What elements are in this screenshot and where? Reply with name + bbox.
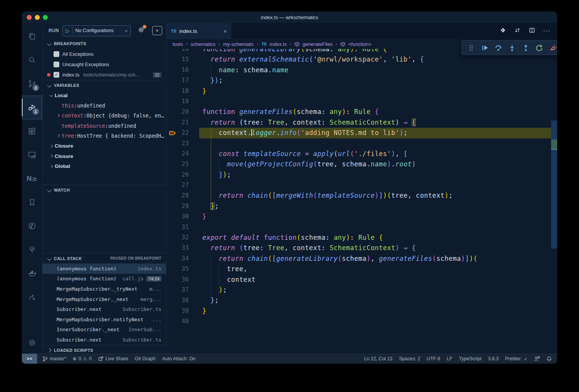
breakpoint-gutter[interactable] (166, 75, 176, 86)
disconnect-icon[interactable] (548, 43, 557, 53)
code-text[interactable]: }; (202, 201, 219, 211)
code-text[interactable]: export default function(schema: any): Ru… (202, 233, 383, 243)
feedback-icon[interactable] (534, 356, 540, 361)
breakpoint-gutter[interactable] (166, 149, 176, 159)
breakpoint-gutter[interactable] (166, 96, 176, 107)
breakpoint-gutter[interactable] (166, 316, 176, 327)
code-text[interactable]: }; (202, 295, 219, 306)
breakpoint-gutter[interactable] (166, 138, 176, 149)
code-text[interactable]: ); (202, 285, 227, 295)
code-text[interactable]: return chain([generateLibrary(schema), g… (202, 254, 477, 264)
code-text[interactable]: return externalSchematic('@nrwl/workspac… (202, 54, 424, 65)
breakpoint-gutter[interactable] (166, 243, 176, 253)
code-text[interactable]: function generateFiles(schema: any): Rul… (202, 107, 379, 117)
breakpoint-gutter[interactable] (166, 170, 176, 180)
breakpoint-row[interactable]: ✓index.tstools/schematics/my-sch...22 (42, 70, 166, 80)
breakpoint-gutter[interactable] (166, 222, 176, 233)
code-text[interactable]: } (202, 86, 207, 96)
code-text[interactable]: const templateSource = apply(url('./file… (202, 149, 408, 159)
breakpoint-gutter[interactable] (166, 190, 176, 201)
docker-icon[interactable] (22, 262, 42, 285)
breakpoint-row[interactable]: Uncaught Exceptions (42, 59, 166, 70)
breadcrumb-file[interactable]: index.ts (270, 41, 287, 47)
debug-console-button[interactable]: > (152, 26, 162, 35)
breakpoint-row[interactable]: All Exceptions (42, 49, 166, 59)
breakpoint-gutter[interactable] (166, 295, 176, 306)
search-icon[interactable] (22, 48, 42, 72)
code-text[interactable]: }); (202, 75, 223, 86)
code-text[interactable]: } (202, 306, 207, 316)
editor-scrollbar[interactable] (551, 39, 557, 353)
run-and-debug-icon[interactable]: 1 (22, 96, 42, 119)
test-explorer-icon[interactable] (22, 238, 42, 262)
code-text[interactable]: return (tree: Tree, context: SchematicCo… (202, 117, 416, 128)
auto-attach-item[interactable]: Auto Attach: On (162, 356, 196, 361)
language-mode-item[interactable]: TypeScript (459, 356, 481, 361)
gitlens-open-changes-icon[interactable] (499, 27, 506, 35)
call-stack-frame[interactable]: MergeMapSubscriber._nextmerg... (42, 294, 166, 304)
explorer-icon[interactable] (22, 24, 42, 48)
live-share-item[interactable]: Live Share (98, 356, 128, 361)
toolbar-drag-handle[interactable] (466, 43, 476, 53)
nx-console-icon[interactable]: N≥ (22, 167, 42, 190)
code-text[interactable]: ]); (202, 170, 231, 180)
variable-row[interactable]: Local (42, 90, 166, 101)
indentation-item[interactable]: Spaces: 2 (399, 356, 420, 361)
bookmarks-icon[interactable] (22, 190, 42, 214)
code-text[interactable]: move(getProjectConfig(tree, schema.name)… (202, 159, 416, 169)
breakpoints-section-header[interactable]: BREAKPOINTS (42, 38, 166, 49)
variable-row[interactable]: Global (42, 161, 166, 172)
call-stack-frame[interactable]: MergeMapSubscriber._tryNextm... (42, 284, 166, 294)
variables-section-header[interactable]: VARIABLES (42, 80, 166, 90)
git-branch-item[interactable]: master* (42, 356, 66, 362)
code-text[interactable]: context (202, 275, 256, 285)
breadcrumb-symbol[interactable]: <function> (348, 41, 372, 47)
breakpoint-gutter[interactable] (166, 306, 176, 316)
git-graph-item[interactable]: Git Graph (135, 356, 156, 361)
breadcrumb-folder[interactable]: tools (172, 41, 183, 47)
breakpoint-checkbox[interactable]: ✓ (54, 72, 59, 78)
git-history-icon[interactable] (22, 214, 42, 238)
breakpoint-checkbox[interactable] (54, 51, 59, 57)
remote-indicator[interactable]: >< (22, 354, 37, 364)
call-stack-frame[interactable]: (anonymous function)call.js74:24 (42, 274, 166, 284)
step-into-icon[interactable] (507, 43, 517, 53)
close-window-button[interactable] (27, 15, 32, 20)
source-control-icon[interactable]: 3 (22, 72, 42, 96)
breakpoint-gutter[interactable] (166, 201, 176, 211)
more-actions-icon[interactable]: ··· (543, 28, 550, 34)
call-stack-frame[interactable]: MergeMapSubscriber.notifyNext... (42, 314, 166, 325)
zoom-window-button[interactable] (43, 15, 48, 20)
breakpoint-gutter[interactable] (166, 54, 176, 65)
split-editor-icon[interactable] (529, 27, 535, 35)
variable-row[interactable]: context: Object {debug: false, en… (42, 111, 166, 121)
breakpoint-gutter[interactable] (166, 285, 176, 295)
breakpoint-gutter[interactable] (166, 159, 176, 169)
breadcrumb-symbol[interactable]: generateFiles (303, 41, 333, 47)
loaded-scripts-section-header[interactable]: LOADED SCRIPTS (42, 345, 166, 353)
launch-configuration-dropdown[interactable]: ▷ No Configurations (62, 25, 131, 36)
breakpoint-gutter[interactable] (166, 211, 176, 222)
call-stack-frame[interactable]: (anonymous function)index.ts (42, 264, 166, 274)
tab-index-ts[interactable]: TS index.ts × (166, 23, 231, 39)
breakpoint-gutter[interactable] (166, 117, 176, 128)
ts-version-item[interactable]: 3.8.3 (488, 356, 499, 361)
eol-item[interactable]: LF (447, 356, 452, 361)
start-debug-icon[interactable]: ▷ (66, 28, 70, 33)
variable-row[interactable]: Closure (42, 141, 166, 151)
breadcrumb-folder[interactable]: my-schematic (223, 41, 254, 47)
code-text[interactable]: tree, (202, 264, 247, 274)
breakpoint-gutter[interactable] (166, 275, 176, 285)
step-out-icon[interactable] (521, 43, 531, 53)
breakpoint-checkbox[interactable] (54, 62, 59, 67)
restart-icon[interactable] (534, 43, 544, 53)
call-stack-frame[interactable]: Subscriber.nextSubscriber.ts (42, 335, 166, 345)
breadcrumb-folder[interactable]: schematics (190, 41, 215, 47)
notifications-bell-icon[interactable] (546, 356, 552, 362)
variable-row[interactable]: templateSource: undefined (42, 121, 166, 131)
breakpoint-gutter[interactable] (166, 128, 176, 138)
variable-row[interactable]: tree: HostTree {_backend: ScopedH… (42, 131, 166, 141)
code-text[interactable]: context.logger.info('adding NOTES.md to … (202, 128, 408, 138)
prettier-item[interactable]: Prettier: ✓ (505, 356, 528, 362)
call-stack-frame[interactable]: Subscriber.nextSubscriber.ts (42, 304, 166, 314)
